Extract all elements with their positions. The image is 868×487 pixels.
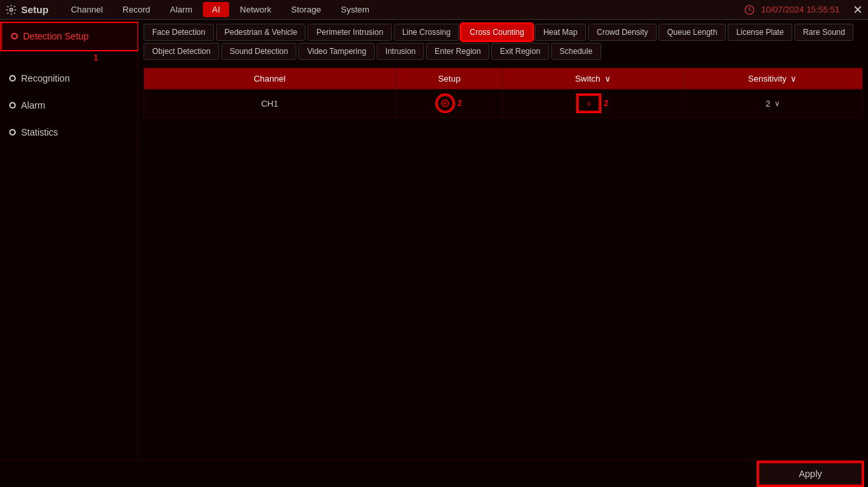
tab-perimeter-intrusion[interactable]: Perimeter Intrusion [308, 24, 391, 41]
nav-ai[interactable]: AI [203, 2, 229, 17]
top-bar-right: 10/07/2024 15:55:51 ✕ [744, 3, 863, 17]
dot-icon-statistics [9, 129, 16, 136]
table-row: CH1 2 ∨ [144, 90, 863, 118]
datetime: 10/07/2024 15:55:51 [761, 5, 840, 14]
apply-button[interactable]: Apply [758, 462, 863, 486]
sidebar-label-alarm: Alarm [21, 100, 45, 111]
camera-setup-icon [441, 99, 449, 107]
top-nav: Channel Record Alarm AI Network Storage … [62, 2, 744, 17]
tab-enter-region[interactable]: Enter Region [426, 43, 489, 60]
switch-chevron-icon: ∨ [586, 99, 591, 108]
sidebar: Detection Setup 1 Recognition Alarm Stat… [0, 20, 138, 487]
gear-icon [5, 4, 17, 16]
top-bar: Setup Channel Record Alarm AI Network St… [0, 0, 868, 20]
sidebar-label-recognition: Recognition [21, 73, 70, 84]
switch-dropdown[interactable]: ∨ [578, 95, 600, 112]
tab-schedule[interactable]: Schedule [551, 43, 601, 60]
nav-channel[interactable]: Channel [62, 2, 112, 17]
tab-line-crossing[interactable]: Line Crossing [394, 24, 459, 41]
step2-switch-label: 2 [604, 99, 609, 108]
dot-icon-recognition [9, 75, 16, 82]
dot-icon-alarm [9, 102, 16, 109]
tab-pedestrian-vehicle[interactable]: Pedestrian & Vehicle [216, 24, 306, 41]
bottom-bar: Apply [0, 459, 868, 487]
app-logo: Setup [5, 4, 49, 16]
tab-sound-detection[interactable]: Sound Detection [221, 43, 297, 60]
tab-exit-region[interactable]: Exit Region [491, 43, 549, 60]
sub-tabs-row2: Object Detection Sound Detection Video T… [138, 43, 868, 64]
step2-setup-label: 2 [458, 99, 462, 108]
cell-switch: ∨ 2 [503, 90, 683, 118]
tab-face-detection[interactable]: Face Detection [144, 24, 214, 41]
nav-record[interactable]: Record [113, 2, 159, 17]
dot-icon [11, 33, 18, 39]
sub-tabs-row1: Face Detection Pedestrian & Vehicle Peri… [138, 20, 868, 43]
cell-sensitivity: 2 ∨ [683, 90, 863, 118]
th-switch: Switch ∨ [503, 68, 683, 90]
nav-system[interactable]: System [332, 2, 379, 17]
sidebar-item-alarm[interactable]: Alarm [0, 92, 138, 119]
tab-intrusion[interactable]: Intrusion [377, 43, 424, 60]
sensitivity-value: 2 [766, 99, 771, 109]
svg-point-0 [10, 8, 13, 11]
sidebar-label-statistics: Statistics [21, 127, 58, 138]
tab-video-tampering[interactable]: Video Tampering [298, 43, 375, 60]
th-setup: Setup [395, 68, 503, 90]
tab-queue-length[interactable]: Queue Length [659, 24, 726, 41]
th-sensitivity: Sensitivity ∨ [683, 68, 863, 90]
tab-rare-sound[interactable]: Rare Sound [794, 24, 854, 41]
switch-header-chevron: ∨ [605, 74, 611, 84]
sidebar-item-recognition[interactable]: Recognition [0, 65, 138, 92]
app-title: Setup [21, 4, 49, 15]
close-button[interactable]: ✕ [853, 3, 863, 17]
sidebar-label-detection-setup: Detection Setup [23, 31, 89, 41]
sensitivity-chevron[interactable]: ∨ [774, 99, 780, 108]
nav-network[interactable]: Network [231, 2, 281, 17]
nav-storage[interactable]: Storage [282, 2, 331, 17]
tab-cross-counting[interactable]: Cross Counting [461, 24, 533, 41]
content-area: Face Detection Pedestrian & Vehicle Peri… [138, 20, 868, 487]
sidebar-item-statistics[interactable]: Statistics [0, 119, 138, 146]
tab-object-detection[interactable]: Object Detection [144, 43, 219, 60]
setup-icon-button[interactable] [437, 95, 454, 112]
tab-crowd-density[interactable]: Crowd Density [588, 24, 657, 41]
main-layout: Detection Setup 1 Recognition Alarm Stat… [0, 20, 868, 487]
th-channel: Channel [144, 68, 396, 90]
tab-license-plate[interactable]: License Plate [728, 24, 792, 41]
sidebar-item-detection-setup[interactable]: Detection Setup [0, 23, 138, 50]
table-area: Channel Setup Switch ∨ [138, 64, 868, 487]
cell-channel: CH1 [144, 90, 396, 118]
nav-alarm[interactable]: Alarm [161, 2, 202, 17]
tab-heat-map[interactable]: Heat Map [535, 24, 586, 41]
detection-table: Channel Setup Switch ∨ [144, 68, 863, 118]
clock-icon [744, 5, 755, 15]
sensitivity-header-chevron: ∨ [790, 74, 797, 84]
cell-setup: 2 [395, 90, 503, 118]
step1-label: 1 [94, 53, 98, 63]
